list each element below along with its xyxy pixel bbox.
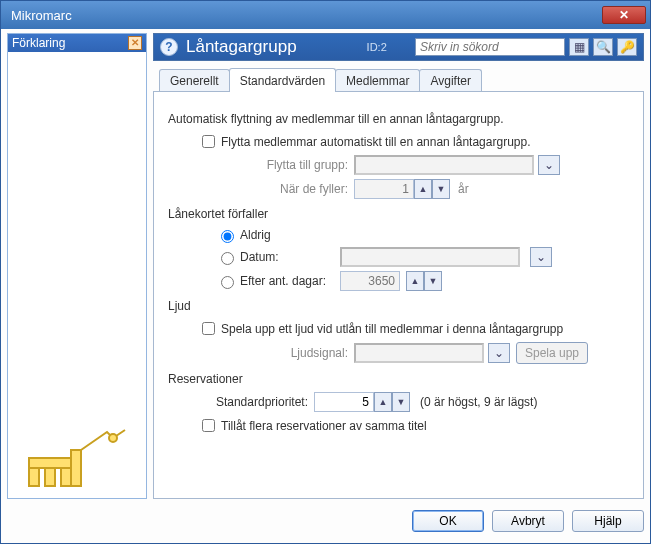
expiry-never-label: Aldrig (240, 228, 340, 242)
priority-label: Standardprioritet: (198, 395, 308, 409)
expiry-date-label: Datum: (240, 250, 340, 264)
allow-multi-label: Tillåt flera reservationer av samma tite… (221, 419, 427, 433)
expiry-days-label: Efter ant. dagar: (240, 274, 340, 288)
priority-up[interactable]: ▲ (374, 392, 392, 412)
sound-signal-label: Ljudsignal: (228, 346, 348, 360)
sound-signal-row: Ljudsignal: ⌄ Spela upp (168, 342, 629, 364)
dialog-button-bar: OK Avbryt Hjälp (7, 507, 644, 535)
panel-close-icon[interactable]: ✕ (128, 36, 142, 50)
priority-note: (0 är högst, 9 är lägst) (420, 395, 537, 409)
sound-checkbox-row: Spela upp ett ljud vid utlån till medlem… (168, 319, 629, 338)
expiry-date-picker-button[interactable]: ⌄ (530, 247, 552, 267)
close-button[interactable]: ✕ (602, 6, 646, 24)
explanation-panel-body (8, 52, 146, 498)
expiry-days-value[interactable] (340, 271, 400, 291)
play-sound-button[interactable]: Spela upp (516, 342, 588, 364)
expiry-date-row: Datum: ⌄ (216, 247, 629, 267)
move-to-group-picker-button[interactable]: ⌄ (538, 155, 560, 175)
qr-icon[interactable]: ▦ (569, 38, 589, 56)
priority-value[interactable] (314, 392, 374, 412)
move-age-value[interactable] (354, 179, 414, 199)
move-age-stepper: ▲ ▼ (354, 179, 450, 199)
move-age-label: När de fyller: (228, 182, 348, 196)
move-age-unit: år (458, 182, 469, 196)
chevron-down-icon: ⌄ (544, 158, 554, 172)
cancel-button[interactable]: Avbryt (492, 510, 564, 532)
close-icon: ✕ (619, 8, 629, 22)
expiry-days-down[interactable]: ▼ (424, 271, 442, 291)
expiry-never-row: Aldrig (216, 227, 629, 243)
priority-row: Standardprioritet: ▲ ▼ (0 är högst, 9 är… (168, 392, 629, 412)
mikromarc-logo-icon (27, 428, 127, 488)
auto-move-checkbox-label: Flytta medlemmar automatiskt till en ann… (221, 135, 531, 149)
priority-stepper: ▲ ▼ (314, 392, 410, 412)
sound-checkbox[interactable] (202, 322, 215, 335)
svg-rect-4 (71, 450, 81, 486)
move-age-up[interactable]: ▲ (414, 179, 432, 199)
priority-down[interactable]: ▼ (392, 392, 410, 412)
expiry-never-radio[interactable] (221, 230, 234, 243)
help-icon[interactable]: ? (160, 38, 178, 56)
tab-avgifter[interactable]: Avgifter (419, 69, 481, 91)
chevron-down-icon: ⌄ (494, 346, 504, 360)
reservations-heading: Reservationer (168, 372, 629, 386)
sound-signal-field[interactable] (354, 343, 484, 363)
auto-move-checkbox[interactable] (202, 135, 215, 148)
explanation-panel-header: Förklaring ✕ (8, 34, 146, 52)
main-area: ? Låntagargrupp ID:2 ▦ 🔍 🔑 Generellt Sta… (153, 33, 644, 499)
search-input[interactable] (415, 38, 565, 56)
chevron-down-icon: ⌄ (536, 250, 546, 264)
expiry-date-radio[interactable] (221, 252, 234, 265)
ok-button[interactable]: OK (412, 510, 484, 532)
header-banner: ? Låntagargrupp ID:2 ▦ 🔍 🔑 (153, 33, 644, 61)
key-icon[interactable]: 🔑 (617, 38, 637, 56)
client-area: Förklaring ✕ (1, 29, 650, 543)
help-button[interactable]: Hjälp (572, 510, 644, 532)
auto-move-checkbox-row: Flytta medlemmar automatiskt till en ann… (168, 132, 629, 151)
sound-heading: Ljud (168, 299, 629, 313)
move-to-group-field[interactable] (354, 155, 534, 175)
window: Mikromarc ✕ Förklaring ✕ (0, 0, 651, 544)
card-expiry-heading: Lånekortet förfaller (168, 207, 629, 221)
tabstrip: Generellt Standardvärden Medlemmar Avgif… (153, 67, 644, 91)
move-age-down[interactable]: ▼ (432, 179, 450, 199)
search-icon[interactable]: 🔍 (593, 38, 613, 56)
expiry-days-row: Efter ant. dagar: ▲ ▼ (216, 271, 629, 291)
allow-multi-row: Tillåt flera reservationer av samma tite… (168, 416, 629, 435)
window-title: Mikromarc (11, 8, 72, 23)
auto-move-heading: Automatisk flyttning av medlemmar till e… (168, 112, 629, 126)
expiry-date-field[interactable] (340, 247, 520, 267)
move-age-row: När de fyller: ▲ ▼ år (168, 179, 629, 199)
tab-area: Generellt Standardvärden Medlemmar Avgif… (153, 67, 644, 499)
explanation-panel-title: Förklaring (12, 36, 65, 50)
tab-medlemmar[interactable]: Medlemmar (335, 69, 420, 91)
sound-checkbox-label: Spela upp ett ljud vid utlån till medlem… (221, 322, 563, 336)
allow-multi-checkbox[interactable] (202, 419, 215, 432)
expiry-days-up[interactable]: ▲ (406, 271, 424, 291)
expiry-days-stepper: ▲ ▼ (340, 271, 442, 291)
page-title: Låntagargrupp (186, 37, 297, 57)
titlebar: Mikromarc ✕ (1, 1, 650, 29)
explanation-panel: Förklaring ✕ (7, 33, 147, 499)
record-id-label: ID:2 (367, 41, 387, 53)
tab-body-standardvarden: Automatisk flyttning av medlemmar till e… (153, 91, 644, 499)
move-to-group-label: Flytta till grupp: (228, 158, 348, 172)
tab-generellt[interactable]: Generellt (159, 69, 230, 91)
expiry-days-radio[interactable] (221, 276, 234, 289)
tab-standardvarden[interactable]: Standardvärden (229, 68, 336, 92)
sound-signal-picker-button[interactable]: ⌄ (488, 343, 510, 363)
move-to-group-row: Flytta till grupp: ⌄ (168, 155, 629, 175)
svg-point-5 (109, 434, 117, 442)
svg-rect-3 (29, 458, 71, 468)
